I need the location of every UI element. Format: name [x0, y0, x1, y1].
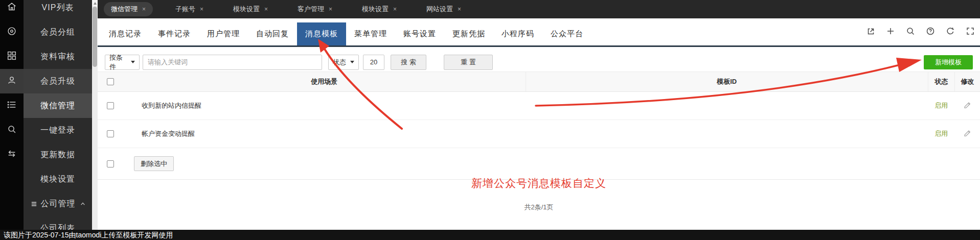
- home-icon: [6, 1, 17, 14]
- sidebar-item-label: 会员升级: [40, 76, 75, 87]
- nav-message-templates[interactable]: 消息模板: [297, 22, 346, 45]
- row-checkbox[interactable]: [107, 102, 114, 109]
- rail-item-list[interactable]: [0, 93, 24, 118]
- grid-icon: [6, 50, 17, 63]
- sidebar-item-label: 一键登录: [40, 125, 75, 136]
- rail-item-swap[interactable]: [0, 142, 24, 167]
- edit-pencil-icon[interactable]: [963, 129, 971, 137]
- watermark-footer: 该图片于2025-07-15由taomodi上传至模板开发网使用: [0, 230, 980, 240]
- close-icon[interactable]: ×: [200, 6, 203, 12]
- chevron-up-icon: [80, 202, 85, 206]
- header-scene: 使用场景: [123, 77, 526, 86]
- nav-toolbar-icons: [866, 18, 975, 45]
- toolbar-checkbox-cell: [98, 160, 123, 167]
- scrollbar-up-button[interactable]: [92, 0, 98, 6]
- sidebar-menu: VIP列表 会员分组 资料审核 会员升级 微信管理 一键登录 更新数据 模块设置…: [24, 0, 92, 230]
- swap-icon: [6, 148, 17, 161]
- rail-item-search[interactable]: [0, 118, 24, 142]
- sidebar-item-label: VIP列表: [42, 3, 74, 13]
- status-select[interactable]: 状态: [328, 55, 359, 70]
- sidebar-item-member-groups[interactable]: 会员分组: [24, 20, 92, 44]
- sidebar-item-label: 微信管理: [40, 101, 75, 111]
- status-select-value: 状态: [333, 58, 346, 67]
- sidebar-item-wechat-management[interactable]: 微信管理: [24, 93, 92, 118]
- sidebar-item-module-settings[interactable]: 模块设置: [24, 167, 92, 191]
- row-checkbox-cell: [98, 102, 123, 109]
- tab-website-settings[interactable]: 网站设置 ×: [419, 2, 468, 16]
- keyword-input[interactable]: [143, 55, 322, 70]
- tab-module-settings-1[interactable]: 模块设置 ×: [226, 2, 275, 16]
- nav-auto-reply[interactable]: 自动回复: [248, 22, 297, 45]
- rail-item-home[interactable]: [0, 0, 24, 20]
- disc-icon: [6, 26, 17, 39]
- sidebar-item-label: 更新数据: [40, 150, 75, 160]
- nav-mini-program-code[interactable]: 小程序码: [493, 22, 542, 45]
- add-template-button[interactable]: 新增模板: [924, 55, 973, 69]
- scrollbar-thumb[interactable]: [93, 7, 97, 67]
- close-icon[interactable]: ×: [393, 6, 397, 12]
- table-header-row: 使用场景 模板ID 状态 修改: [98, 71, 980, 92]
- sidebar-item-label: 公司管理: [41, 199, 76, 209]
- sidebar-item-company-list[interactable]: 公司列表: [24, 216, 92, 230]
- edit-pencil-icon[interactable]: [963, 101, 971, 109]
- condition-select[interactable]: 按条件: [105, 55, 140, 70]
- nav-user-management[interactable]: 用户管理: [199, 22, 248, 45]
- nav-message-records[interactable]: 消息记录: [101, 22, 150, 45]
- sidebar-item-member-upgrade[interactable]: 会员升级: [24, 69, 92, 93]
- nav-event-records[interactable]: 事件记录: [150, 22, 199, 45]
- content-area: 按条件 状态 搜 索 重 置 新增模板 使用场景 模板ID: [98, 47, 980, 240]
- rail-item-grid[interactable]: [0, 44, 24, 69]
- status-badge[interactable]: 启用: [935, 102, 948, 109]
- tab-sub-account[interactable]: 子账号 ×: [168, 2, 211, 16]
- template-table: 使用场景 模板ID 状态 修改 收到新的站内信提醒 启用 帐户资金变: [98, 71, 980, 180]
- reset-button[interactable]: 重 置: [444, 55, 493, 70]
- plus-icon[interactable]: [886, 27, 895, 38]
- nav-account-settings[interactable]: 账号设置: [395, 22, 444, 45]
- page-size-input[interactable]: [363, 55, 384, 70]
- row-checkbox-cell: [98, 130, 123, 137]
- sidebar-item-vip-list[interactable]: VIP列表: [24, 0, 92, 20]
- tab-bar: 微信管理 × 子账号 × 模块设置 × 客户管理 × 模块设置 × 网站设置 ×: [98, 0, 980, 18]
- tab-label: 子账号: [175, 5, 195, 14]
- close-icon[interactable]: ×: [458, 6, 461, 12]
- nav-menu-management[interactable]: 菜单管理: [346, 22, 395, 45]
- sidebar-item-label: 模块设置: [40, 174, 75, 185]
- row-scene: 收到新的站内信提醒: [123, 101, 535, 110]
- search-icon[interactable]: [906, 27, 915, 38]
- hamburger-icon: [31, 201, 37, 207]
- row-checkbox[interactable]: [107, 130, 114, 137]
- tab-label: 模块设置: [233, 5, 260, 14]
- close-icon[interactable]: ×: [264, 6, 268, 12]
- status-badge[interactable]: 启用: [935, 130, 948, 137]
- sidebar-item-update-data[interactable]: 更新数据: [24, 142, 92, 167]
- sidebar-item-label: 资料审核: [40, 52, 75, 62]
- sidebar-item-profile-review[interactable]: 资料审核: [24, 44, 92, 69]
- open-external-icon[interactable]: [866, 27, 875, 38]
- table-row: 帐户资金变动提醒 启用: [98, 120, 980, 148]
- rail-item-user[interactable]: [0, 69, 24, 93]
- select-all-checkbox[interactable]: [107, 78, 114, 85]
- search-button[interactable]: 搜 索: [391, 55, 426, 70]
- header-checkbox-cell: [98, 78, 123, 85]
- delete-selected-button[interactable]: 删除选中: [134, 156, 174, 171]
- fullscreen-icon[interactable]: [966, 27, 975, 38]
- tab-customer-management[interactable]: 客户管理 ×: [290, 2, 339, 16]
- refresh-icon[interactable]: [946, 27, 955, 38]
- help-icon[interactable]: [926, 27, 935, 38]
- nav-update-credentials[interactable]: 更新凭据: [444, 22, 493, 45]
- secondary-nav: 消息记录 事件记录 用户管理 自动回复 消息模板 菜单管理 账号设置 更新凭据 …: [98, 18, 980, 47]
- tab-label: 微信管理: [111, 5, 138, 14]
- sidebar-scrollbar[interactable]: [92, 0, 98, 230]
- close-icon[interactable]: ×: [142, 6, 146, 12]
- main-panel: 微信管理 × 子账号 × 模块设置 × 客户管理 × 模块设置 × 网站设置 ×: [98, 0, 980, 230]
- tab-module-settings-2[interactable]: 模块设置 ×: [355, 2, 404, 16]
- tab-label: 客户管理: [298, 5, 324, 14]
- sidebar-item-company-management[interactable]: 公司管理: [24, 191, 92, 216]
- tab-wechat-management[interactable]: 微信管理 ×: [104, 2, 153, 16]
- close-icon[interactable]: ×: [329, 6, 332, 12]
- nav-public-platform[interactable]: 公众平台: [542, 22, 591, 45]
- toolbar-checkbox[interactable]: [107, 160, 114, 167]
- sidebar-item-one-click-login[interactable]: 一键登录: [24, 118, 92, 142]
- rail-item-disc[interactable]: [0, 20, 24, 44]
- caret-down-icon: [131, 61, 135, 63]
